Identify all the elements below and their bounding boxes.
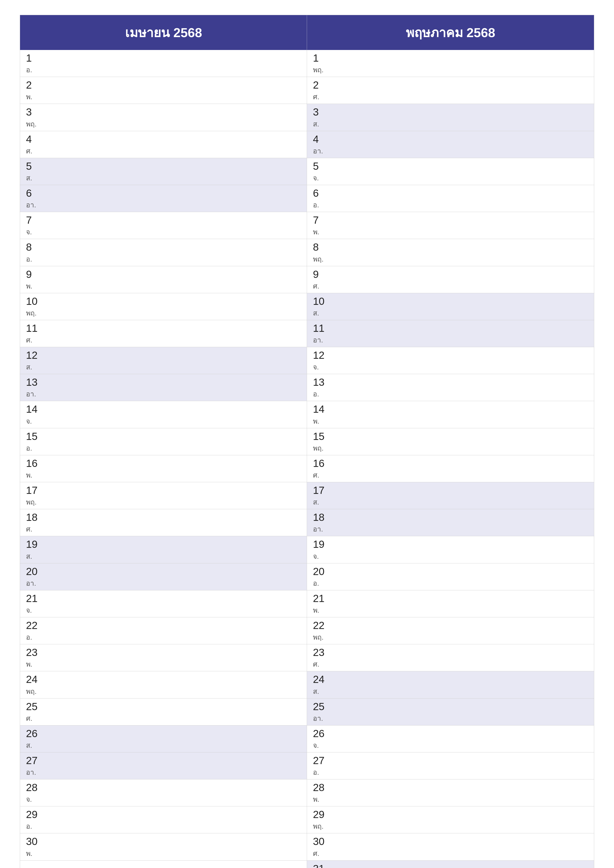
april-day-22: 22อ. bbox=[20, 617, 307, 644]
day-number: 6 bbox=[313, 188, 588, 199]
day-name: พฤ. bbox=[26, 686, 301, 697]
day-name: ศ. bbox=[26, 713, 301, 724]
day-name: อา. bbox=[26, 389, 301, 399]
day-number: 3 bbox=[26, 106, 301, 118]
day-number: 29 bbox=[26, 809, 301, 820]
day-name: พ. bbox=[313, 416, 588, 426]
day-row-17: 17พฤ.17ส. bbox=[20, 482, 594, 509]
day-name: จ. bbox=[313, 361, 588, 372]
day-number: 8 bbox=[313, 242, 588, 253]
day-name: ส. bbox=[26, 172, 301, 183]
day-name: พ. bbox=[26, 848, 301, 859]
page: เมษายน 2568 พฤษภาคม 2568 1อ.1พฤ.2พ.2ศ.3พ… bbox=[0, 0, 614, 868]
calendar-grid: เมษายน 2568 พฤษภาคม 2568 1อ.1พฤ.2พ.2ศ.3พ… bbox=[20, 15, 594, 868]
day-name: อ. bbox=[313, 200, 588, 210]
april-day-16: 16พ. bbox=[20, 455, 307, 482]
april-day-1: 1อ. bbox=[20, 50, 307, 77]
day-row-2: 2พ.2ศ. bbox=[20, 77, 594, 104]
day-row-20: 20อา.20อ. bbox=[20, 563, 594, 591]
may-day-1: 1พฤ. bbox=[307, 50, 594, 77]
may-day-17: 17ส. bbox=[307, 482, 594, 509]
day-row-14: 14จ.14พ. bbox=[20, 401, 594, 428]
day-row-11: 11ศ.11อา. bbox=[20, 320, 594, 347]
may-day-4: 4อา. bbox=[307, 131, 594, 158]
day-number: 1 bbox=[26, 53, 301, 64]
may-header: พฤษภาคม 2568 bbox=[307, 15, 594, 50]
day-row-4: 4ศ.4อา. bbox=[20, 131, 594, 158]
day-row-10: 10พฤ.10ส. bbox=[20, 293, 594, 320]
day-row-1: 1อ.1พฤ. bbox=[20, 50, 594, 77]
day-row-31: 7 CALENDAR 31ส. bbox=[20, 860, 594, 868]
day-number: 24 bbox=[26, 674, 301, 685]
day-name: ศ. bbox=[313, 848, 588, 859]
day-name: อา. bbox=[26, 767, 301, 778]
april-day-7: 7จ. bbox=[20, 212, 307, 239]
may-day-11: 11อา. bbox=[307, 320, 594, 347]
may-day-5: 5จ. bbox=[307, 158, 594, 185]
april-day-12: 12ส. bbox=[20, 347, 307, 374]
may-day-18: 18อา. bbox=[307, 509, 594, 536]
day-name: อา. bbox=[26, 578, 301, 589]
april-day-28: 28จ. bbox=[20, 780, 307, 806]
day-row-9: 9พ.9ศ. bbox=[20, 266, 594, 293]
may-day-30: 30ศ. bbox=[307, 833, 594, 860]
day-name: พฤ. bbox=[313, 443, 588, 454]
may-day-21: 21พ. bbox=[307, 591, 594, 617]
day-number: 24 bbox=[313, 674, 588, 685]
day-name: ส. bbox=[313, 497, 588, 507]
april-day-17: 17พฤ. bbox=[20, 482, 307, 509]
day-number: 16 bbox=[313, 458, 588, 469]
day-name: พฤ. bbox=[26, 119, 301, 129]
day-name: จ. bbox=[26, 605, 301, 615]
day-row-19: 19ส.19จ. bbox=[20, 536, 594, 563]
day-row-28: 28จ.28พ. bbox=[20, 780, 594, 806]
day-number: 10 bbox=[26, 296, 301, 307]
may-day-22: 22พฤ. bbox=[307, 617, 594, 644]
day-name: พฤ. bbox=[26, 308, 301, 318]
day-number: 9 bbox=[313, 269, 588, 280]
may-day-10: 10ส. bbox=[307, 293, 594, 320]
day-number: 26 bbox=[313, 728, 588, 739]
may-day-31: 31ส. bbox=[307, 860, 594, 868]
day-number: 22 bbox=[26, 620, 301, 631]
day-number: 30 bbox=[313, 836, 588, 847]
day-number: 5 bbox=[26, 161, 301, 172]
april-day-4: 4ศ. bbox=[20, 131, 307, 158]
day-name: จ. bbox=[26, 416, 301, 426]
day-number: 29 bbox=[313, 809, 588, 820]
day-name: พ. bbox=[313, 794, 588, 804]
day-number: 20 bbox=[26, 566, 301, 577]
calendar-footer: 7 CALENDAR bbox=[26, 863, 301, 868]
day-name: อา. bbox=[313, 146, 588, 157]
day-number: 28 bbox=[26, 782, 301, 793]
day-number: 15 bbox=[26, 431, 301, 442]
day-name: จ. bbox=[26, 794, 301, 804]
april-day-5: 5ส. bbox=[20, 158, 307, 185]
day-number: 17 bbox=[313, 485, 588, 496]
day-number: 28 bbox=[313, 782, 588, 793]
april-day-24: 24พฤ. bbox=[20, 671, 307, 698]
day-number: 10 bbox=[313, 296, 588, 307]
day-name: ศ. bbox=[313, 470, 588, 480]
day-name: พ. bbox=[26, 91, 301, 102]
day-row-18: 18ศ.18อา. bbox=[20, 509, 594, 536]
may-day-6: 6อ. bbox=[307, 185, 594, 212]
day-name: พฤ. bbox=[26, 497, 301, 507]
day-name: พ. bbox=[313, 605, 588, 615]
day-name: ส. bbox=[313, 308, 588, 318]
day-row-5: 5ส.5จ. bbox=[20, 158, 594, 185]
may-day-15: 15พฤ. bbox=[307, 428, 594, 455]
april-header: เมษายน 2568 bbox=[20, 15, 307, 50]
april-day-20: 20อา. bbox=[20, 563, 307, 591]
day-number: 11 bbox=[26, 322, 301, 334]
day-name: ส. bbox=[313, 119, 588, 129]
day-name: ศ. bbox=[313, 91, 588, 102]
april-day-2: 2พ. bbox=[20, 77, 307, 104]
april-day-9: 9พ. bbox=[20, 266, 307, 293]
day-row-22: 22อ.22พฤ. bbox=[20, 617, 594, 644]
april-day-23: 23พ. bbox=[20, 644, 307, 671]
day-number: 16 bbox=[26, 458, 301, 469]
day-number: 17 bbox=[26, 485, 301, 496]
day-number: 27 bbox=[313, 755, 588, 766]
may-day-9: 9ศ. bbox=[307, 266, 594, 293]
